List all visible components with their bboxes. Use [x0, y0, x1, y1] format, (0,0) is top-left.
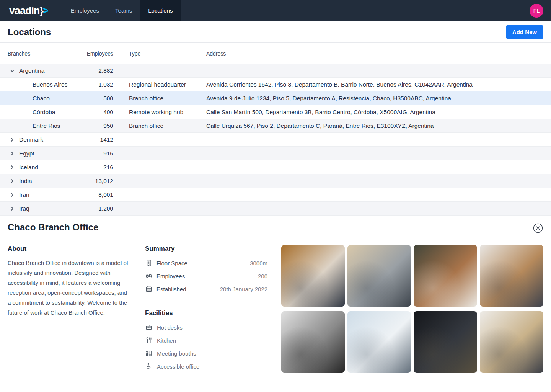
- employees-count: 1412: [78, 136, 113, 143]
- branch-name-cell: Chaco: [8, 95, 78, 102]
- avatar[interactable]: FL: [530, 4, 543, 18]
- employees-count: 13,012: [78, 178, 113, 185]
- tab-teams[interactable]: Teams: [107, 0, 140, 21]
- table-row-iceland[interactable]: Iceland216: [0, 160, 551, 174]
- branch-address: Calle Urquiza 567, Piso 2, Departamento …: [206, 122, 543, 129]
- summary-list: Floor Space3000mEmployees200Established2…: [145, 256, 267, 296]
- chevron-right-icon[interactable]: [8, 164, 15, 170]
- photo-team-meeting: [480, 245, 543, 307]
- close-button[interactable]: [533, 223, 543, 235]
- summary-value: 3000m: [250, 260, 267, 266]
- about-text: Chaco Branch Office in downtown is a mod…: [8, 258, 131, 318]
- branch-name: Argentina: [19, 67, 44, 74]
- grid-header-row: Branches Employees Type Address: [0, 43, 551, 64]
- summary-item-employees: Employees200: [145, 270, 267, 283]
- branch-type: Remote working hub: [113, 109, 206, 116]
- column-header-branches[interactable]: Branches: [8, 51, 78, 57]
- top-navbar: vaadin}> EmployeesTeamsLocations FL: [0, 0, 551, 21]
- branch-name: Iraq: [19, 205, 29, 212]
- employees-count: 2,882: [78, 67, 113, 74]
- branch-name: Iceland: [19, 164, 38, 171]
- column-header-address[interactable]: Address: [206, 51, 543, 57]
- facility-item-hot-desks: Hot desks: [145, 321, 267, 334]
- people-icon: [145, 272, 153, 280]
- building-icon: [145, 259, 153, 267]
- photo-sketch-hand: [414, 245, 477, 307]
- vaadin-logo: vaadin}>: [9, 0, 48, 21]
- chevron-right-icon[interactable]: [8, 192, 15, 198]
- photo-dark-office: [414, 311, 477, 373]
- summary-value: 20th January 2022: [220, 286, 267, 292]
- tab-employees[interactable]: Employees: [63, 0, 107, 21]
- circle-x-icon: [533, 229, 543, 235]
- branch-address: Calle San Martín 500, Departamento 3B, B…: [206, 109, 543, 116]
- branch-name-cell: Egypt: [8, 150, 78, 157]
- table-row-iran[interactable]: Iran8,001: [0, 188, 551, 202]
- table-row-córdoba[interactable]: Córdoba400Remote working hubCalle San Ma…: [0, 105, 551, 119]
- facilities-list: Hot desksKitchenMeeting boothsAccessible…: [145, 321, 267, 373]
- add-new-button[interactable]: Add New: [506, 25, 543, 39]
- wheelchair-icon: [145, 363, 153, 370]
- branch-name-cell: Iraq: [8, 205, 78, 212]
- meeting-booth-icon: [145, 350, 153, 357]
- facility-item-kitchen: Kitchen: [145, 334, 267, 347]
- facilities-heading: Facilities: [145, 309, 267, 317]
- branch-name-cell: Argentina: [8, 67, 78, 74]
- photo-window-coffee: [347, 311, 411, 373]
- photo-whiteboard-room: [480, 311, 543, 373]
- branch-address: Avenida 9 de Julio 1234, Piso 5, Departa…: [206, 95, 543, 102]
- chevron-right-icon[interactable]: [8, 206, 15, 212]
- branch-name-cell: India: [8, 178, 78, 185]
- chevron-right-icon[interactable]: [8, 137, 15, 143]
- employees-count: 8,001: [78, 191, 113, 198]
- table-row-buenos-aires[interactable]: Buenos Aires1,032Regional headquarterAve…: [0, 78, 551, 91]
- navbar-tabs: EmployeesTeamsLocations: [63, 0, 181, 21]
- employees-count: 500: [78, 95, 113, 102]
- branch-name: Chaco: [33, 95, 50, 102]
- branch-name-cell: Buenos Aires: [8, 81, 78, 88]
- chevron-down-icon[interactable]: [8, 68, 15, 74]
- locations-grid: Branches Employees Type Address Argentin…: [0, 43, 551, 216]
- facility-label: Hot desks: [157, 324, 183, 331]
- divider: [145, 378, 267, 378]
- employees-count: 1,200: [78, 205, 113, 212]
- employees-count: 1,032: [78, 81, 113, 88]
- branch-name: Entre Rios: [33, 122, 60, 129]
- grid-body: Argentina2,882Buenos Aires1,032Regional …: [0, 64, 551, 216]
- table-row-chaco[interactable]: Chaco500Branch officeAvenida 9 de Julio …: [0, 91, 551, 105]
- photos-section: [281, 245, 543, 378]
- branch-address: Avenida Corrientes 1642, Piso 8, Departa…: [206, 81, 543, 88]
- summary-label: Employees: [156, 273, 185, 279]
- table-row-entre-rios[interactable]: Entre Rios950Branch officeCalle Urquiza …: [0, 119, 551, 133]
- branch-type: Regional headquarter: [113, 81, 206, 88]
- facility-label: Kitchen: [157, 337, 176, 344]
- facility-item-accessible-office: Accessible office: [145, 360, 267, 373]
- branch-name-cell: Denmark: [8, 136, 78, 143]
- summary-facilities-section: Summary Floor Space3000mEmployees200Esta…: [145, 245, 267, 378]
- table-row-egypt[interactable]: Egypt916: [0, 147, 551, 160]
- logo-arrow-icon: >: [42, 5, 48, 17]
- cutlery-icon: [145, 336, 153, 344]
- chevron-right-icon[interactable]: [8, 178, 15, 184]
- branch-name: India: [19, 178, 32, 185]
- table-row-iraq[interactable]: Iraq1,200: [0, 202, 551, 216]
- page-title: Locations: [8, 27, 51, 38]
- summary-label: Floor Space: [156, 260, 187, 266]
- column-header-employees[interactable]: Employees: [78, 51, 113, 57]
- tab-locations[interactable]: Locations: [140, 0, 181, 21]
- table-row-denmark[interactable]: Denmark1412: [0, 133, 551, 147]
- photo-bw-workspace: [281, 311, 345, 373]
- table-row-argentina[interactable]: Argentina2,882: [0, 64, 551, 78]
- detail-title: Chaco Branch Office: [8, 222, 98, 233]
- summary-item-established: Established20th January 2022: [145, 283, 267, 296]
- detail-panel: Chaco Branch Office About Chaco Branch O…: [0, 216, 551, 392]
- branch-name: Iran: [19, 191, 29, 198]
- branch-name-cell: Iceland: [8, 164, 78, 171]
- branch-name: Denmark: [19, 136, 43, 143]
- photo-desk-topdown: [347, 245, 411, 307]
- employees-count: 400: [78, 109, 113, 116]
- chevron-right-icon[interactable]: [8, 150, 15, 157]
- branch-name-cell: Entre Rios: [8, 122, 78, 129]
- column-header-type[interactable]: Type: [113, 51, 206, 57]
- table-row-india[interactable]: India13,012: [0, 174, 551, 188]
